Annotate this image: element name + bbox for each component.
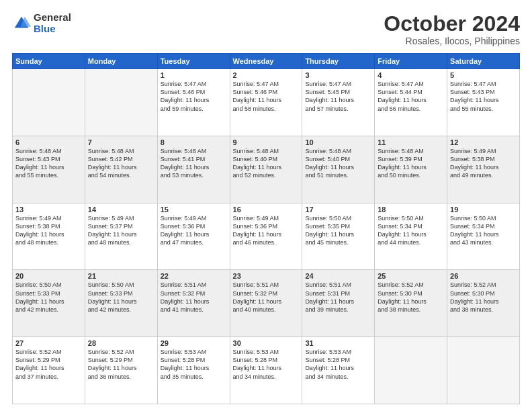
calendar-cell: 31Sunrise: 5:53 AM Sunset: 5:28 PM Dayli… xyxy=(302,337,375,404)
day-number: 16 xyxy=(233,205,300,214)
day-info: Sunrise: 5:47 AM Sunset: 5:46 PM Dayligh… xyxy=(233,80,300,113)
calendar-cell: 23Sunrise: 5:51 AM Sunset: 5:32 PM Dayli… xyxy=(230,270,302,337)
day-info: Sunrise: 5:50 AM Sunset: 5:33 PM Dayligh… xyxy=(88,281,154,314)
day-info: Sunrise: 5:48 AM Sunset: 5:40 PM Dayligh… xyxy=(233,147,300,180)
column-header-thursday: Thursday xyxy=(302,54,375,69)
day-info: Sunrise: 5:48 AM Sunset: 5:41 PM Dayligh… xyxy=(161,147,227,180)
day-info: Sunrise: 5:52 AM Sunset: 5:29 PM Dayligh… xyxy=(88,348,154,381)
day-number: 18 xyxy=(378,205,444,214)
calendar-cell: 7Sunrise: 5:48 AM Sunset: 5:42 PM Daylig… xyxy=(85,136,157,203)
day-number: 29 xyxy=(161,339,227,347)
location-subtitle: Rosales, Ilocos, Philippines xyxy=(384,36,520,46)
calendar-cell: 5Sunrise: 5:47 AM Sunset: 5:43 PM Daylig… xyxy=(447,69,520,136)
calendar-cell: 17Sunrise: 5:50 AM Sunset: 5:35 PM Dayli… xyxy=(302,203,375,270)
day-number: 4 xyxy=(378,71,444,79)
day-number: 19 xyxy=(450,205,517,214)
day-info: Sunrise: 5:52 AM Sunset: 5:29 PM Dayligh… xyxy=(15,348,82,381)
day-number: 8 xyxy=(161,138,227,146)
day-number: 2 xyxy=(233,71,300,79)
calendar-cell: 26Sunrise: 5:52 AM Sunset: 5:30 PM Dayli… xyxy=(447,270,520,337)
day-info: Sunrise: 5:50 AM Sunset: 5:33 PM Dayligh… xyxy=(15,281,82,314)
calendar-cell: 12Sunrise: 5:49 AM Sunset: 5:38 PM Dayli… xyxy=(447,136,520,203)
day-info: Sunrise: 5:47 AM Sunset: 5:44 PM Dayligh… xyxy=(378,80,444,113)
logo: General Blue xyxy=(12,12,71,34)
title-section: October 2024 Rosales, Ilocos, Philippine… xyxy=(384,12,520,46)
calendar-cell: 22Sunrise: 5:51 AM Sunset: 5:32 PM Dayli… xyxy=(157,270,230,337)
column-header-saturday: Saturday xyxy=(447,54,520,69)
month-title: October 2024 xyxy=(384,12,520,36)
column-header-wednesday: Wednesday xyxy=(230,54,302,69)
day-info: Sunrise: 5:48 AM Sunset: 5:42 PM Dayligh… xyxy=(88,147,154,180)
calendar-cell: 18Sunrise: 5:50 AM Sunset: 5:34 PM Dayli… xyxy=(375,203,447,270)
day-number: 13 xyxy=(15,205,82,214)
column-header-friday: Friday xyxy=(375,54,447,69)
day-number: 27 xyxy=(15,339,82,347)
header: General Blue October 2024 Rosales, Iloco… xyxy=(12,12,520,46)
logo-icon xyxy=(12,14,31,33)
calendar-cell: 29Sunrise: 5:53 AM Sunset: 5:28 PM Dayli… xyxy=(157,337,230,404)
column-header-sunday: Sunday xyxy=(13,54,85,69)
day-number: 10 xyxy=(305,138,371,146)
calendar-header-row: SundayMondayTuesdayWednesdayThursdayFrid… xyxy=(13,54,520,69)
calendar-cell: 28Sunrise: 5:52 AM Sunset: 5:29 PM Dayli… xyxy=(85,337,157,404)
day-info: Sunrise: 5:50 AM Sunset: 5:34 PM Dayligh… xyxy=(378,214,444,247)
logo-text: General Blue xyxy=(34,12,71,34)
calendar-cell: 16Sunrise: 5:49 AM Sunset: 5:36 PM Dayli… xyxy=(230,203,302,270)
calendar-cell: 9Sunrise: 5:48 AM Sunset: 5:40 PM Daylig… xyxy=(230,136,302,203)
calendar-cell: 14Sunrise: 5:49 AM Sunset: 5:37 PM Dayli… xyxy=(85,203,157,270)
day-info: Sunrise: 5:53 AM Sunset: 5:28 PM Dayligh… xyxy=(161,348,227,381)
day-info: Sunrise: 5:50 AM Sunset: 5:34 PM Dayligh… xyxy=(450,214,517,247)
column-header-monday: Monday xyxy=(85,54,157,69)
day-number: 7 xyxy=(88,138,154,146)
calendar-cell: 6Sunrise: 5:48 AM Sunset: 5:43 PM Daylig… xyxy=(13,136,85,203)
calendar-cell: 1Sunrise: 5:47 AM Sunset: 5:46 PM Daylig… xyxy=(157,69,230,136)
calendar-week-row: 6Sunrise: 5:48 AM Sunset: 5:43 PM Daylig… xyxy=(13,136,520,203)
day-info: Sunrise: 5:51 AM Sunset: 5:32 PM Dayligh… xyxy=(233,281,300,314)
calendar-cell: 19Sunrise: 5:50 AM Sunset: 5:34 PM Dayli… xyxy=(447,203,520,270)
day-info: Sunrise: 5:53 AM Sunset: 5:28 PM Dayligh… xyxy=(233,348,300,381)
day-info: Sunrise: 5:52 AM Sunset: 5:30 PM Dayligh… xyxy=(450,281,517,314)
day-number: 3 xyxy=(305,71,371,79)
calendar-cell: 2Sunrise: 5:47 AM Sunset: 5:46 PM Daylig… xyxy=(230,69,302,136)
logo-blue: Blue xyxy=(34,24,71,35)
calendar-cell: 13Sunrise: 5:49 AM Sunset: 5:38 PM Dayli… xyxy=(13,203,85,270)
calendar-cell: 3Sunrise: 5:47 AM Sunset: 5:45 PM Daylig… xyxy=(302,69,375,136)
calendar-week-row: 1Sunrise: 5:47 AM Sunset: 5:46 PM Daylig… xyxy=(13,69,520,136)
column-header-tuesday: Tuesday xyxy=(157,54,230,69)
calendar-cell: 20Sunrise: 5:50 AM Sunset: 5:33 PM Dayli… xyxy=(13,270,85,337)
day-number: 14 xyxy=(88,205,154,214)
day-number: 31 xyxy=(305,339,371,347)
calendar-cell xyxy=(375,337,447,404)
day-number: 30 xyxy=(233,339,300,347)
day-info: Sunrise: 5:50 AM Sunset: 5:35 PM Dayligh… xyxy=(305,214,371,247)
day-number: 28 xyxy=(88,339,154,347)
day-number: 21 xyxy=(88,272,154,280)
day-info: Sunrise: 5:48 AM Sunset: 5:40 PM Dayligh… xyxy=(305,147,371,180)
day-number: 17 xyxy=(305,205,371,214)
calendar-cell: 27Sunrise: 5:52 AM Sunset: 5:29 PM Dayli… xyxy=(13,337,85,404)
day-number: 11 xyxy=(378,138,444,146)
calendar-cell: 25Sunrise: 5:52 AM Sunset: 5:30 PM Dayli… xyxy=(375,270,447,337)
calendar-cell xyxy=(85,69,157,136)
calendar-cell: 21Sunrise: 5:50 AM Sunset: 5:33 PM Dayli… xyxy=(85,270,157,337)
day-info: Sunrise: 5:48 AM Sunset: 5:39 PM Dayligh… xyxy=(378,147,444,180)
day-info: Sunrise: 5:51 AM Sunset: 5:32 PM Dayligh… xyxy=(161,281,227,314)
calendar-week-row: 13Sunrise: 5:49 AM Sunset: 5:38 PM Dayli… xyxy=(13,203,520,270)
calendar-week-row: 20Sunrise: 5:50 AM Sunset: 5:33 PM Dayli… xyxy=(13,270,520,337)
day-number: 25 xyxy=(378,272,444,280)
calendar-cell: 24Sunrise: 5:51 AM Sunset: 5:31 PM Dayli… xyxy=(302,270,375,337)
calendar-cell: 8Sunrise: 5:48 AM Sunset: 5:41 PM Daylig… xyxy=(157,136,230,203)
day-number: 26 xyxy=(450,272,517,280)
calendar-cell xyxy=(13,69,85,136)
day-number: 9 xyxy=(233,138,300,146)
day-number: 1 xyxy=(161,71,227,79)
day-info: Sunrise: 5:47 AM Sunset: 5:46 PM Dayligh… xyxy=(161,80,227,113)
calendar-cell xyxy=(447,337,520,404)
day-number: 15 xyxy=(161,205,227,214)
day-info: Sunrise: 5:47 AM Sunset: 5:45 PM Dayligh… xyxy=(305,80,371,113)
calendar-table: SundayMondayTuesdayWednesdayThursdayFrid… xyxy=(12,53,520,404)
logo-general: General xyxy=(34,12,71,24)
day-number: 23 xyxy=(233,272,300,280)
day-info: Sunrise: 5:49 AM Sunset: 5:36 PM Dayligh… xyxy=(161,214,227,247)
calendar-cell: 15Sunrise: 5:49 AM Sunset: 5:36 PM Dayli… xyxy=(157,203,230,270)
